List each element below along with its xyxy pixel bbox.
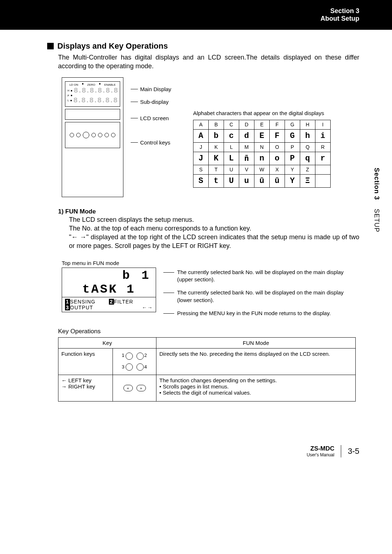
alphabet-table: ABCDEFGHI AbcdEFGhi JKLMNOPQR JKLn̄noPqr… bbox=[193, 120, 331, 188]
page-footer: ZS-MDC User's Manual 3-5 bbox=[0, 416, 392, 472]
fun-mode-heading: 1) FUN Mode bbox=[58, 208, 359, 215]
fun-mode-display: b 1 tASK 1 1SENSING 2FILTER 3OUTPUT ←→ bbox=[62, 268, 156, 312]
square-bullet-icon bbox=[47, 43, 54, 49]
fun-mode-notes: The currently selected bank No. will be … bbox=[163, 260, 359, 323]
key-operations-heading: Key Operations bbox=[58, 328, 359, 335]
header-bar: Section 3 About Setup bbox=[0, 0, 392, 30]
intro-paragraph: The Multi-Controller has digital display… bbox=[58, 53, 359, 71]
table-row: Function keys 1 2 3 4 Directly sets the bbox=[58, 349, 356, 375]
page-title: Displays and Key Operations bbox=[47, 41, 359, 51]
table-row: ← LEFT key → RIGHT key «» The function c… bbox=[58, 375, 356, 402]
side-tab: Section 3 SETUP bbox=[373, 168, 380, 232]
header-section: Section 3 bbox=[320, 7, 359, 15]
alphabet-table-wrap: Alphabet characters that appear on the d… bbox=[193, 110, 331, 197]
header-subtitle: About Setup bbox=[320, 15, 359, 23]
key-operations-table: Key FUN Mode Function keys 1 2 3 4 bbox=[58, 337, 356, 402]
function-keys-icon: 1 2 3 4 bbox=[122, 351, 147, 372]
controller-diagram: LD ON ZERO ENABLE H8.8.8.8.8.8 P L8.8.8.… bbox=[62, 77, 123, 197]
left-right-keys-icon: «» bbox=[123, 385, 146, 391]
controller-labels: Main Display Sub-display LCD screen Cont… bbox=[131, 77, 171, 197]
